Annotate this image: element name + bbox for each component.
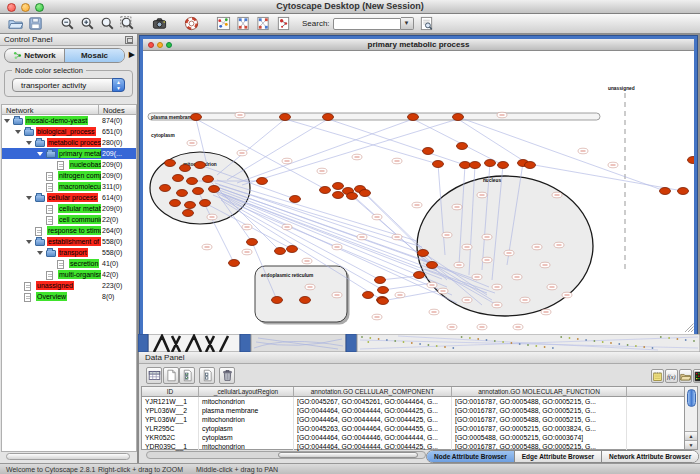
table-cell[interactable]: [GO:0045263, GO:0044464, GO:0044455, G..… [294,424,452,433]
birdseye-button[interactable] [215,15,233,33]
table-cell[interactable]: cytoplasm [199,424,294,433]
tree-row[interactable]: secretion41(0) [2,258,136,269]
tree-col-nodes[interactable]: Nodes [99,104,137,115]
tree-row[interactable]: nucleobase-209(0) [2,159,136,170]
tree-col-network[interactable]: Network [1,104,99,115]
table-cell[interactable]: YPL036W__1 [142,415,199,424]
notepad-button[interactable] [651,369,664,383]
select-attributes-button[interactable] [179,367,195,384]
tab-network-attribute-browser[interactable]: Network Attribute Browser [601,451,698,462]
tab-overflow-button[interactable]: ▶ [129,50,135,59]
svg-text:nucleus: nucleus [483,178,501,183]
tree-row[interactable]: primary metabo209(... [2,148,136,159]
tree-row[interactable]: response to stimulu264(0) [2,225,136,236]
table-cell[interactable]: [GO:0044464, GO:0044444, GO:0044425, G..… [294,415,452,424]
import-attributes-button[interactable] [679,369,692,383]
disclosure-arrow-icon[interactable] [4,119,10,123]
search-input[interactable] [333,18,401,30]
tree-row[interactable]: biological_process651(0) [2,126,136,137]
tab-network[interactable]: Network [5,49,64,62]
table-cell[interactable]: [GO:0016787, GO:0005488, GO:0005215, G..… [452,406,627,415]
column-header[interactable]: annotation.GO CELLULAR_COMPONENT [294,387,452,397]
grid-layout-button[interactable] [235,15,253,33]
tree-row[interactable]: cellular metabo209(0) [2,203,136,214]
node-color-selection-label: Node color selection [12,66,86,75]
matrix-button[interactable] [693,369,700,383]
disclosure-arrow-icon[interactable] [37,251,43,255]
table-cell[interactable]: plasma membrane [199,406,294,415]
save-button[interactable] [27,15,45,33]
tree-row[interactable]: cellular process614(0) [2,192,136,203]
tree-row-nodes-count: 874(0) [102,116,122,125]
vscroll-thumb[interactable] [687,389,696,407]
table-cell[interactable]: YJR121W__1 [142,397,199,406]
table-cell[interactable]: mitochondrion [199,442,294,451]
disclosure-arrow-icon[interactable] [15,130,21,134]
tree-row[interactable]: transport558(0) [2,247,136,258]
search-dropdown-button[interactable]: ▼ [401,17,414,30]
formula-button[interactable]: f(x) [665,369,678,383]
scroll-down-icon[interactable]: ▼ [685,440,697,449]
disclosure-arrow-icon[interactable] [26,240,32,244]
table-cell[interactable]: [GO:0044464, GO:0044444, GO:0044425, G..… [294,406,452,415]
tree-row[interactable]: unassigned223(0) [2,280,136,291]
network-canvas[interactable]: .glabel{font:bold 4.8px "Liberation Sans… [143,51,694,334]
tree-row[interactable]: establishment of lo558(0) [2,236,136,247]
scroll-up-icon[interactable]: ▲ [685,431,697,440]
unselect-attributes-button[interactable] [199,367,215,384]
column-header[interactable]: ID [142,387,199,397]
table-vertical-scrollbar[interactable]: ▲▼ [684,387,697,449]
table-cell[interactable]: [GO:0016787, GO:0005488, GO:0005215, G..… [452,397,627,406]
table-horizontal-scrollbar[interactable] [146,451,426,459]
attribute-table[interactable]: ID_cellularLayoutRegionannotation.GO CEL… [141,386,698,450]
table-cell[interactable]: cytoplasm [199,433,294,442]
network-tree[interactable]: mosaic-demo-yeast874(0)biological_proces… [1,115,137,452]
node-color-dropdown[interactable]: transporter activity ▲▼ [12,78,125,92]
tree-row[interactable]: macromolecule311(0) [2,181,136,192]
vizmapper-button[interactable] [275,15,293,33]
tree-horizontal-scrollbar[interactable] [6,453,130,460]
zoom-selected-button[interactable] [119,15,137,33]
zoom-in-button[interactable] [79,15,97,33]
hscroll-thumb[interactable] [278,452,418,458]
tree-row[interactable]: mosaic-demo-yeast874(0) [2,115,136,126]
tree-row[interactable]: multi-organism pro42(0) [2,269,136,280]
network-view-window[interactable]: primary metabolic process .glabel{font:b… [140,36,697,334]
network-window-titlebar[interactable]: primary metabolic process [143,39,694,51]
spring-layout-button[interactable] [255,15,273,33]
open-button[interactable] [7,15,25,33]
tab-node-attribute-browser[interactable]: Node Attribute Browser [427,451,514,462]
disclosure-arrow-icon[interactable] [26,196,32,200]
table-cell[interactable]: [GO:0044464, GO:0044444, GO:0044425, G..… [294,442,452,451]
tree-row[interactable]: Overview8(0) [2,291,136,302]
disclosure-arrow-icon[interactable] [37,152,43,156]
disclosure-arrow-icon[interactable] [26,141,32,145]
table-cell[interactable]: YDR039C__1 [142,442,199,451]
delete-attribute-button[interactable] [219,367,235,384]
tree-row[interactable]: nitrogen compo209(0) [2,170,136,181]
table-cell[interactable]: [GO:0005488, GO:0005215, GO:0003674] [452,433,627,442]
tree-row[interactable]: metabolic process280(0) [2,137,136,148]
refine-search-button[interactable] [418,15,436,33]
table-cell[interactable]: mitochondrion [199,397,294,406]
table-cell[interactable]: YLR295C [142,424,199,433]
tab-edge-attribute-browser[interactable]: Edge Attribute Browser [514,451,601,462]
tree-row[interactable]: cell communicat22(0) [2,214,136,225]
table-cell[interactable]: mitochondrion [199,415,294,424]
attribute-grid-button[interactable] [146,367,162,384]
zoom-out-button[interactable] [59,15,77,33]
table-cell[interactable]: [GO:0016787, GO:0005215, GO:0003824, G..… [452,424,627,433]
tab-mosaic[interactable]: Mosaic [64,49,124,62]
column-header[interactable]: annotation.GO MOLECULAR_FUNCTION [452,387,627,397]
table-cell[interactable]: [GO:0016787, GO:0005488, GO:0005215, G..… [452,415,627,424]
column-header[interactable]: _cellularLayoutRegion [199,387,294,397]
table-cell[interactable]: YPL036W__2 [142,406,199,415]
zoom-fit-button[interactable] [99,15,117,33]
table-cell[interactable]: YKR052C [142,433,199,442]
table-cell[interactable]: [GO:0044464, GO:0044446, GO:0044444, G..… [294,433,452,442]
table-cell[interactable]: [GO:0045267, GO:0045261, GO:0044464, G..… [294,397,452,406]
help-button[interactable] [183,15,201,33]
snapshot-button[interactable] [151,15,169,33]
new-attribute-button[interactable] [163,367,179,384]
float-panel-icon[interactable] [125,36,133,44]
